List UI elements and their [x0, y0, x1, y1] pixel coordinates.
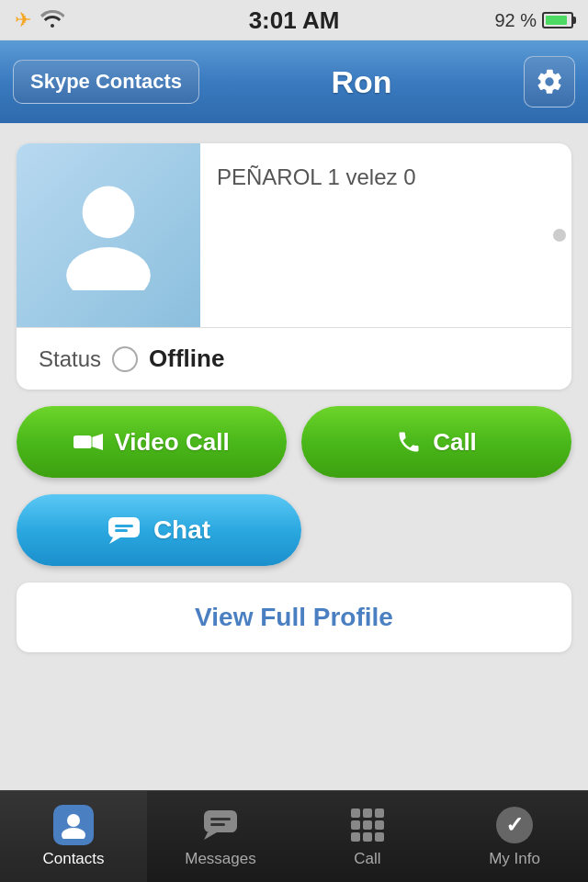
view-full-profile-button[interactable]: View Full Profile: [17, 582, 571, 652]
tab-call[interactable]: Call: [294, 791, 441, 882]
chat-icon: [107, 516, 141, 544]
nav-bar: Skype Contacts Ron: [0, 40, 588, 123]
chat-label: Chat: [153, 515, 210, 545]
tab-my-info[interactable]: ✓ My Info: [441, 791, 588, 882]
my-info-tab-label: My Info: [489, 850, 540, 868]
main-content: PEÑAROL 1 velez 0 Status Offline Video C…: [0, 123, 588, 790]
gear-icon: [535, 67, 564, 96]
check-icon: ✓: [505, 812, 524, 838]
call-tab-icon: [347, 805, 388, 845]
chat-button[interactable]: Chat: [17, 494, 301, 566]
svg-point-0: [83, 187, 135, 239]
call-label: Call: [433, 428, 477, 457]
profile-top: PEÑAROL 1 velez 0: [17, 143, 571, 328]
phone-icon: [396, 429, 422, 455]
video-call-button[interactable]: Video Call: [17, 406, 287, 478]
tab-messages[interactable]: Messages: [147, 791, 294, 882]
messages-tab-label: Messages: [185, 850, 255, 868]
svg-rect-10: [204, 810, 237, 832]
nav-title: Ron: [331, 64, 391, 100]
avatar-container: [17, 143, 200, 327]
status-dot: [112, 346, 138, 372]
svg-marker-5: [109, 537, 120, 544]
status-right: 92 %: [494, 10, 573, 31]
svg-rect-2: [74, 435, 92, 448]
status-bar: ✈ 3:01 AM 92 %: [0, 0, 588, 40]
call-button[interactable]: Call: [301, 406, 571, 478]
tab-contacts[interactable]: Contacts: [0, 791, 147, 882]
profile-card: PEÑAROL 1 velez 0 Status Offline: [17, 143, 571, 390]
svg-point-9: [62, 828, 85, 839]
svg-point-1: [66, 247, 151, 290]
svg-rect-13: [210, 823, 225, 826]
profile-status: Status Offline: [17, 328, 571, 390]
wifi-icon: [40, 9, 64, 32]
resize-handle: [553, 229, 566, 242]
battery-icon: [542, 12, 573, 28]
airplane-icon: ✈: [15, 8, 31, 32]
svg-rect-12: [210, 818, 231, 820]
status-time: 3:01 AM: [249, 6, 340, 35]
status-left: ✈: [15, 8, 64, 32]
svg-rect-6: [115, 525, 133, 527]
contacts-tab-label: Contacts: [42, 850, 104, 868]
action-buttons: Video Call Call: [17, 406, 571, 478]
svg-marker-11: [204, 832, 217, 840]
camera-icon: [74, 431, 103, 453]
svg-marker-3: [93, 434, 104, 450]
svg-point-8: [67, 814, 80, 827]
my-info-tab-icon: ✓: [494, 805, 535, 845]
contacts-tab-icon: [53, 805, 94, 845]
status-message: PEÑAROL 1 velez 0: [217, 162, 531, 193]
settings-button[interactable]: [524, 56, 575, 107]
svg-rect-7: [115, 529, 128, 532]
call-tab-label: Call: [354, 850, 380, 868]
messages-tab-icon: [200, 805, 241, 845]
skype-contacts-button[interactable]: Skype Contacts: [13, 60, 199, 104]
battery-percentage: 92 %: [494, 10, 537, 31]
video-call-label: Video Call: [114, 428, 229, 457]
profile-info: PEÑAROL 1 velez 0: [200, 143, 548, 327]
avatar-icon: [58, 180, 159, 290]
view-full-profile-label: View Full Profile: [195, 603, 393, 632]
status-label: Status: [39, 346, 101, 372]
tab-bar: Contacts Messages Call ✓: [0, 790, 588, 882]
status-value: Offline: [149, 345, 224, 373]
